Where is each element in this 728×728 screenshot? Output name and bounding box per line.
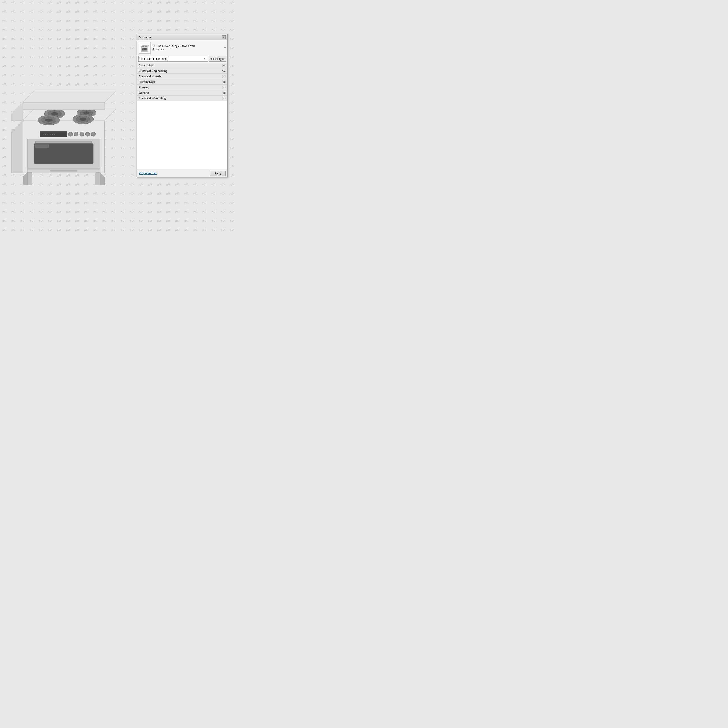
category-select[interactable]: Electrical Equipment (1) xyxy=(138,56,208,62)
section-constraints-arrow: ≫ xyxy=(222,64,226,67)
object-name-line1: RD_Gas Stove_Single Stove Oven xyxy=(153,44,222,48)
section-identity-data-label: Identity Data xyxy=(139,80,155,84)
object-thumbnail xyxy=(139,42,151,54)
section-constraints-label: Constraints xyxy=(139,64,154,67)
svg-rect-27 xyxy=(96,173,100,185)
svg-point-9 xyxy=(45,134,46,135)
svg-point-62 xyxy=(142,46,144,47)
section-general-arrow: ≫ xyxy=(222,91,226,95)
edit-type-button[interactable]: ⊞ Edit Type xyxy=(209,56,226,62)
svg-marker-1 xyxy=(11,121,23,173)
section-electrical-engineering-label: Electrical Engineering xyxy=(139,69,167,73)
panel-footer: Properties help Apply xyxy=(137,169,228,177)
section-electrical-loads[interactable]: Electrical - Loads ≫ xyxy=(137,74,228,79)
object-name-block: RD_Gas Stove_Single Stove Oven 4 Burners xyxy=(153,44,222,51)
svg-marker-55 xyxy=(11,102,23,121)
svg-rect-25 xyxy=(50,170,77,171)
panel-titlebar[interactable]: Properties × xyxy=(137,34,228,40)
section-electrical-loads-arrow: ≫ xyxy=(222,75,226,78)
svg-rect-5 xyxy=(35,144,49,148)
svg-marker-54 xyxy=(23,91,116,102)
section-electrical-loads-label: Electrical - Loads xyxy=(139,75,161,78)
properties-list: Constraints ≫ Electrical Engineering ≫ E… xyxy=(137,63,228,169)
properties-panel: Properties × RD_Gas Stove_Single Stove O… xyxy=(137,34,228,177)
svg-marker-29 xyxy=(100,173,105,185)
section-identity-data[interactable]: Identity Data ≫ xyxy=(137,79,228,85)
empty-area xyxy=(137,101,228,169)
edit-type-label: Edit Type xyxy=(213,57,225,61)
svg-rect-53 xyxy=(23,102,105,110)
section-electrical-circuiting[interactable]: Electrical - Circuiting ≫ xyxy=(137,96,228,101)
section-constraints[interactable]: Constraints ≫ xyxy=(137,63,228,68)
panel-title: Properties xyxy=(139,36,152,39)
svg-rect-6 xyxy=(35,141,92,143)
stove-3d-view xyxy=(5,41,123,187)
section-phasing[interactable]: Phasing ≫ xyxy=(137,85,228,90)
section-electrical-circuiting-label: Electrical - Circuiting xyxy=(139,97,166,100)
svg-point-10 xyxy=(47,134,48,135)
close-button[interactable]: × xyxy=(222,35,226,39)
section-identity-data-arrow: ≫ xyxy=(222,80,226,84)
svg-point-15 xyxy=(69,133,72,136)
section-phasing-arrow: ≫ xyxy=(222,86,226,89)
svg-point-21 xyxy=(86,133,89,136)
section-electrical-engineering-arrow: ≫ xyxy=(222,69,226,73)
object-name-line2: 4 Burners xyxy=(153,48,222,51)
svg-point-19 xyxy=(81,133,83,136)
svg-point-23 xyxy=(92,133,95,136)
svg-rect-59 xyxy=(142,49,147,50)
apply-button[interactable]: Apply xyxy=(210,171,226,176)
svg-point-12 xyxy=(52,134,53,135)
svg-point-11 xyxy=(50,134,50,135)
section-electrical-circuiting-arrow: ≫ xyxy=(222,97,226,100)
object-header: RD_Gas Stove_Single Stove Oven 4 Burners… xyxy=(137,40,228,55)
section-electrical-engineering[interactable]: Electrical Engineering ≫ xyxy=(137,68,228,74)
category-row: Electrical Equipment (1) ⊞ Edit Type xyxy=(137,55,228,63)
svg-marker-28 xyxy=(23,173,27,185)
edit-type-icon: ⊞ xyxy=(210,58,213,61)
svg-point-17 xyxy=(75,133,78,136)
svg-point-63 xyxy=(145,46,147,47)
svg-rect-26 xyxy=(27,173,32,185)
section-general[interactable]: General ≫ xyxy=(137,90,228,96)
svg-point-8 xyxy=(43,134,44,135)
section-phasing-label: Phasing xyxy=(139,86,150,89)
svg-rect-7 xyxy=(40,132,67,137)
section-general-label: General xyxy=(139,91,149,95)
properties-help-link[interactable]: Properties help xyxy=(139,172,157,175)
svg-point-13 xyxy=(54,134,55,135)
object-dropdown-arrow[interactable]: ▾ xyxy=(224,46,226,49)
